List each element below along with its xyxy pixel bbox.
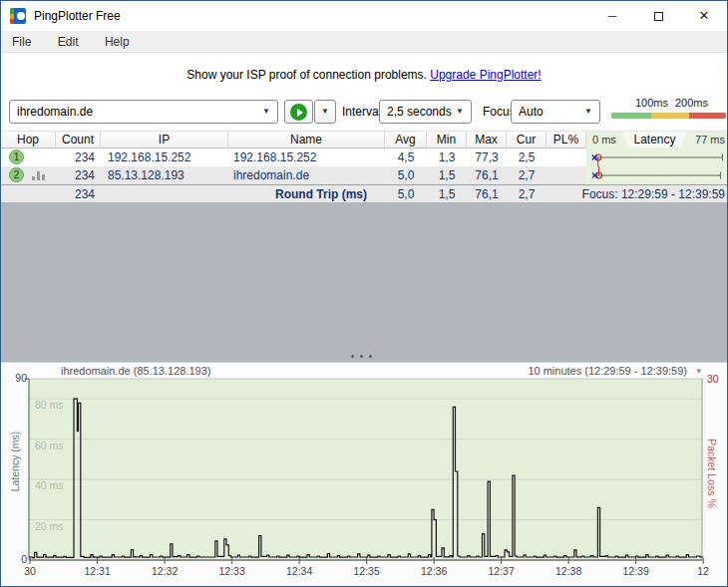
svg-text:80 ms: 80 ms bbox=[35, 399, 64, 411]
header-name[interactable]: Name bbox=[228, 132, 385, 148]
svg-text:12:36: 12:36 bbox=[421, 565, 447, 577]
color-scale-bar bbox=[611, 113, 726, 119]
svg-text:12:39: 12:39 bbox=[622, 565, 648, 577]
cell-avg: 5,0 bbox=[385, 166, 427, 184]
graphed-hop-icon bbox=[32, 171, 46, 180]
svg-text:12:32: 12:32 bbox=[152, 565, 178, 577]
pingplotter-window: PingPlotter Free ─ ✕ File Edit Help Show… bbox=[0, 0, 728, 587]
svg-text:60 ms: 60 ms bbox=[35, 440, 64, 451]
svg-text:12:37: 12:37 bbox=[488, 565, 514, 577]
row-latency-graph bbox=[586, 148, 728, 166]
time-graph-panel: ihredomain.de (85.13.128.193) 10 minutes… bbox=[1, 362, 727, 587]
empty-panel-area bbox=[1, 202, 727, 362]
round-trip-label: Round Trip (ms) bbox=[101, 185, 385, 203]
svg-text:30: 30 bbox=[24, 565, 36, 577]
chevron-down-icon: ▼ bbox=[262, 101, 270, 123]
target-value: ihredomain.de bbox=[17, 105, 93, 119]
cell-cur: 2,7 bbox=[507, 185, 546, 203]
close-button[interactable]: ✕ bbox=[681, 1, 727, 31]
interval-value: 2,5 seconds bbox=[387, 105, 452, 119]
hop-row-1[interactable]: 1 234 192.168.15.252 192.168.15.252 4,5 … bbox=[1, 148, 727, 166]
scale-100ms-label: 100ms bbox=[635, 97, 668, 109]
packet-loss-axis-title: Packet Loss % bbox=[706, 429, 718, 518]
cell-avg: 5,0 bbox=[385, 185, 427, 203]
y-axis-min-label: 0 bbox=[11, 553, 27, 565]
packet-loss-max-label: 30 bbox=[707, 373, 725, 385]
title-bar: PingPlotter Free ─ ✕ bbox=[1, 1, 727, 31]
cell-name: ihredomain.de bbox=[228, 166, 385, 184]
svg-text:12:38: 12:38 bbox=[555, 565, 581, 577]
latency-color-scale: 100ms 200ms bbox=[611, 96, 726, 131]
latency-scale-min: 0 ms bbox=[592, 132, 616, 147]
table-header-row: Hop Count IP Name Avg Min Max Cur PL% 0 … bbox=[1, 131, 727, 148]
start-options-dropdown[interactable]: ▼ bbox=[314, 100, 336, 124]
cell-pl bbox=[546, 148, 586, 166]
latency-axis-title: Latency (ms) bbox=[9, 422, 21, 501]
latency-scale-max: 77 ms bbox=[695, 132, 725, 147]
chevron-down-icon: ▼ bbox=[456, 101, 464, 123]
header-ip[interactable]: IP bbox=[101, 132, 228, 148]
minimize-button[interactable]: ─ bbox=[589, 1, 635, 31]
svg-text:12: 12 bbox=[697, 565, 709, 577]
hop-number-badge: 1 bbox=[9, 149, 24, 164]
focus-time-range: Focus: 12:29:59 - 12:39:59 bbox=[559, 185, 727, 203]
upgrade-link[interactable]: Upgrade PingPlotter! bbox=[430, 68, 541, 82]
interval-combobox[interactable]: 2,5 seconds ▼ bbox=[379, 100, 472, 124]
latency-time-chart[interactable]: 80 ms60 ms40 ms20 ms3012:3112:3212:3312:… bbox=[1, 363, 728, 587]
round-trip-row[interactable]: 234 Round Trip (ms) 5,0 1,5 76,1 2,7 Foc… bbox=[1, 184, 727, 202]
cell-name: 192.168.15.252 bbox=[228, 148, 385, 166]
hops-table: Hop Count IP Name Avg Min Max Cur PL% 0 … bbox=[1, 131, 727, 202]
cell-min: 1,5 bbox=[427, 166, 467, 184]
controls-bar: ihredomain.de ▼ ▼ Interval 2,5 seconds ▼… bbox=[1, 96, 727, 131]
latency-scale-title: Latency bbox=[622, 132, 687, 147]
menu-file[interactable]: File bbox=[1, 31, 42, 53]
header-max[interactable]: Max bbox=[467, 132, 507, 148]
maximize-icon bbox=[654, 12, 663, 21]
cell-ip: 85.13.128.193 bbox=[101, 166, 228, 184]
target-combobox[interactable]: ihredomain.de ▼ bbox=[9, 100, 278, 124]
header-hop[interactable]: Hop bbox=[1, 132, 56, 148]
cell-max: 76,1 bbox=[467, 185, 507, 203]
menu-help[interactable]: Help bbox=[94, 31, 141, 53]
cell-max: 77,3 bbox=[467, 148, 507, 166]
focus-value: Auto bbox=[519, 105, 544, 119]
upgrade-banner: Show your ISP proof of connection proble… bbox=[1, 54, 727, 96]
cell-min: 1,3 bbox=[427, 148, 467, 166]
cell-avg: 4,5 bbox=[385, 148, 427, 166]
header-latency[interactable]: 0 ms Latency 77 ms bbox=[586, 132, 728, 148]
svg-text:12:33: 12:33 bbox=[218, 565, 244, 577]
header-cur[interactable]: Cur bbox=[507, 132, 546, 148]
focus-combobox[interactable]: Auto ▼ bbox=[511, 100, 600, 124]
cell-min: 1,5 bbox=[427, 185, 467, 203]
row-latency-graph bbox=[586, 166, 728, 184]
cell-count: 234 bbox=[56, 185, 101, 203]
svg-text:12:34: 12:34 bbox=[286, 565, 312, 577]
start-trace-button[interactable] bbox=[284, 100, 313, 124]
menu-edit[interactable]: Edit bbox=[47, 31, 90, 53]
y-axis-max-label: 90 bbox=[11, 372, 27, 384]
interval-label: Interval bbox=[342, 105, 381, 119]
cell-ip: 192.168.15.252 bbox=[101, 148, 228, 166]
cell-cur: 2,7 bbox=[507, 166, 546, 184]
cell-count: 234 bbox=[56, 166, 101, 184]
maximize-button[interactable] bbox=[635, 1, 681, 31]
app-icon bbox=[10, 8, 26, 24]
banner-text: Show your ISP proof of connection proble… bbox=[186, 68, 427, 82]
header-min[interactable]: Min bbox=[427, 132, 467, 148]
menu-bar: File Edit Help bbox=[1, 31, 727, 53]
cell-count: 234 bbox=[56, 148, 101, 166]
svg-text:20 ms: 20 ms bbox=[35, 520, 64, 532]
cell-cur: 2,5 bbox=[507, 148, 546, 166]
header-count[interactable]: Count bbox=[56, 132, 101, 148]
scale-200ms-label: 200ms bbox=[675, 97, 708, 109]
svg-text:12:31: 12:31 bbox=[84, 565, 110, 577]
window-title: PingPlotter Free bbox=[34, 9, 121, 23]
header-pl[interactable]: PL% bbox=[546, 132, 586, 148]
cell-pl bbox=[546, 166, 586, 184]
cell-max: 76,1 bbox=[467, 166, 507, 184]
header-avg[interactable]: Avg bbox=[385, 132, 427, 148]
hop-row-2[interactable]: 2 234 85.13.128.193 ihredomain.de 5,0 1,… bbox=[1, 166, 727, 184]
chevron-down-icon: ▼ bbox=[584, 101, 592, 123]
hop-number-badge: 2 bbox=[9, 167, 24, 182]
splitter-handle[interactable] bbox=[351, 354, 377, 360]
